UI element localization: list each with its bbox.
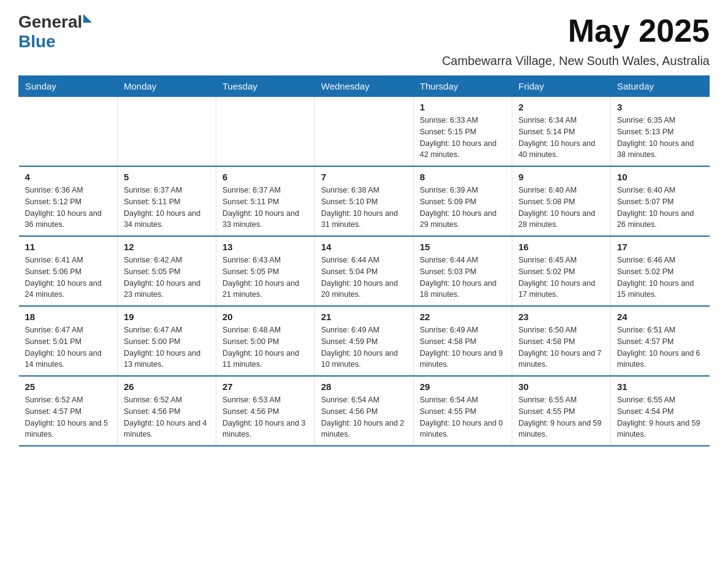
calendar-cell: 25Sunrise: 6:52 AMSunset: 4:57 PMDayligh… xyxy=(19,376,118,446)
week-row-5: 25Sunrise: 6:52 AMSunset: 4:57 PMDayligh… xyxy=(19,376,710,446)
day-info: Sunrise: 6:36 AMSunset: 5:12 PMDaylight:… xyxy=(25,185,112,231)
calendar-cell: 8Sunrise: 6:39 AMSunset: 5:09 PMDaylight… xyxy=(414,166,512,236)
weekday-header-saturday: Saturday xyxy=(611,76,710,97)
day-info: Sunrise: 6:53 AMSunset: 4:56 PMDaylight:… xyxy=(222,394,308,440)
day-info: Sunrise: 6:55 AMSunset: 4:54 PMDaylight:… xyxy=(617,394,703,440)
calendar-cell: 7Sunrise: 6:38 AMSunset: 5:10 PMDaylight… xyxy=(315,166,414,236)
calendar-cell: 17Sunrise: 6:46 AMSunset: 5:02 PMDayligh… xyxy=(611,236,710,306)
day-info: Sunrise: 6:55 AMSunset: 4:55 PMDaylight:… xyxy=(518,394,604,440)
day-number: 21 xyxy=(321,312,407,322)
day-number: 9 xyxy=(518,172,604,182)
calendar-cell: 3Sunrise: 6:35 AMSunset: 5:13 PMDaylight… xyxy=(611,97,710,167)
calendar-cell: 9Sunrise: 6:40 AMSunset: 5:08 PMDaylight… xyxy=(512,166,611,236)
weekday-header-monday: Monday xyxy=(118,76,216,97)
day-number: 18 xyxy=(25,312,112,322)
day-info: Sunrise: 6:35 AMSunset: 5:13 PMDaylight:… xyxy=(617,115,703,161)
day-number: 4 xyxy=(25,172,112,182)
logo: General Blue xyxy=(18,12,92,52)
weekday-header-wednesday: Wednesday xyxy=(315,76,414,97)
day-info: Sunrise: 6:50 AMSunset: 4:58 PMDaylight:… xyxy=(518,324,604,370)
calendar-cell: 13Sunrise: 6:43 AMSunset: 5:05 PMDayligh… xyxy=(216,236,315,306)
calendar-cell: 22Sunrise: 6:49 AMSunset: 4:58 PMDayligh… xyxy=(414,306,512,376)
day-info: Sunrise: 6:45 AMSunset: 5:02 PMDaylight:… xyxy=(518,255,604,301)
calendar-cell: 30Sunrise: 6:55 AMSunset: 4:55 PMDayligh… xyxy=(512,376,611,446)
week-row-4: 18Sunrise: 6:47 AMSunset: 5:01 PMDayligh… xyxy=(19,306,710,376)
week-row-2: 4Sunrise: 6:36 AMSunset: 5:12 PMDaylight… xyxy=(19,166,710,236)
calendar-cell xyxy=(315,97,414,167)
day-number: 26 xyxy=(124,381,210,392)
day-info: Sunrise: 6:39 AMSunset: 5:09 PMDaylight:… xyxy=(420,185,506,231)
weekday-header-sunday: Sunday xyxy=(19,76,118,97)
day-info: Sunrise: 6:37 AMSunset: 5:11 PMDaylight:… xyxy=(222,185,308,231)
day-info: Sunrise: 6:46 AMSunset: 5:02 PMDaylight:… xyxy=(617,255,703,301)
day-info: Sunrise: 6:37 AMSunset: 5:11 PMDaylight:… xyxy=(124,185,210,231)
day-info: Sunrise: 6:38 AMSunset: 5:10 PMDaylight:… xyxy=(321,185,407,231)
calendar-cell: 5Sunrise: 6:37 AMSunset: 5:11 PMDaylight… xyxy=(118,166,216,236)
calendar-cell: 16Sunrise: 6:45 AMSunset: 5:02 PMDayligh… xyxy=(512,236,611,306)
weekday-header-row: SundayMondayTuesdayWednesdayThursdayFrid… xyxy=(19,76,710,97)
title-block: May 2025 xyxy=(568,12,710,49)
location-subtitle: Cambewarra Village, New South Wales, Aus… xyxy=(18,54,710,68)
day-number: 29 xyxy=(420,381,506,392)
day-info: Sunrise: 6:33 AMSunset: 5:15 PMDaylight:… xyxy=(420,115,506,161)
day-number: 27 xyxy=(222,381,308,392)
weekday-header-friday: Friday xyxy=(512,76,611,97)
calendar-cell: 18Sunrise: 6:47 AMSunset: 5:01 PMDayligh… xyxy=(19,306,118,376)
logo-blue: Blue xyxy=(18,32,56,52)
day-number: 25 xyxy=(25,381,112,392)
day-info: Sunrise: 6:41 AMSunset: 5:06 PMDaylight:… xyxy=(25,255,112,301)
day-number: 14 xyxy=(321,242,407,252)
calendar-cell xyxy=(118,97,216,167)
day-number: 24 xyxy=(617,312,703,322)
day-number: 2 xyxy=(518,102,604,112)
calendar-cell: 27Sunrise: 6:53 AMSunset: 4:56 PMDayligh… xyxy=(216,376,315,446)
logo-triangle-icon xyxy=(83,14,92,23)
calendar-cell: 10Sunrise: 6:40 AMSunset: 5:07 PMDayligh… xyxy=(611,166,710,236)
month-title: May 2025 xyxy=(568,12,710,49)
calendar-cell: 26Sunrise: 6:52 AMSunset: 4:56 PMDayligh… xyxy=(118,376,216,446)
day-info: Sunrise: 6:40 AMSunset: 5:07 PMDaylight:… xyxy=(617,185,703,231)
logo-general: General xyxy=(18,12,82,32)
calendar-cell: 12Sunrise: 6:42 AMSunset: 5:05 PMDayligh… xyxy=(118,236,216,306)
calendar-cell: 4Sunrise: 6:36 AMSunset: 5:12 PMDaylight… xyxy=(19,166,118,236)
day-info: Sunrise: 6:52 AMSunset: 4:56 PMDaylight:… xyxy=(124,394,210,440)
calendar-cell: 14Sunrise: 6:44 AMSunset: 5:04 PMDayligh… xyxy=(315,236,414,306)
day-info: Sunrise: 6:51 AMSunset: 4:57 PMDaylight:… xyxy=(617,324,703,370)
weekday-header-thursday: Thursday xyxy=(414,76,512,97)
calendar-cell: 1Sunrise: 6:33 AMSunset: 5:15 PMDaylight… xyxy=(414,97,512,167)
day-number: 12 xyxy=(124,242,210,252)
day-number: 8 xyxy=(420,172,506,182)
calendar-cell: 6Sunrise: 6:37 AMSunset: 5:11 PMDaylight… xyxy=(216,166,315,236)
page-header: General Blue May 2025 xyxy=(18,12,710,52)
day-number: 19 xyxy=(124,312,210,322)
day-info: Sunrise: 6:54 AMSunset: 4:55 PMDaylight:… xyxy=(420,394,506,440)
calendar-cell: 28Sunrise: 6:54 AMSunset: 4:56 PMDayligh… xyxy=(315,376,414,446)
week-row-1: 1Sunrise: 6:33 AMSunset: 5:15 PMDaylight… xyxy=(19,97,710,167)
day-number: 7 xyxy=(321,172,407,182)
day-info: Sunrise: 6:42 AMSunset: 5:05 PMDaylight:… xyxy=(124,255,210,301)
calendar-cell: 20Sunrise: 6:48 AMSunset: 5:00 PMDayligh… xyxy=(216,306,315,376)
day-number: 15 xyxy=(420,242,506,252)
day-info: Sunrise: 6:44 AMSunset: 5:04 PMDaylight:… xyxy=(321,255,407,301)
day-info: Sunrise: 6:44 AMSunset: 5:03 PMDaylight:… xyxy=(420,255,506,301)
day-number: 31 xyxy=(617,381,703,392)
day-info: Sunrise: 6:49 AMSunset: 4:59 PMDaylight:… xyxy=(321,324,407,370)
calendar-cell: 31Sunrise: 6:55 AMSunset: 4:54 PMDayligh… xyxy=(611,376,710,446)
day-info: Sunrise: 6:49 AMSunset: 4:58 PMDaylight:… xyxy=(420,324,506,370)
day-number: 5 xyxy=(124,172,210,182)
weekday-header-tuesday: Tuesday xyxy=(216,76,315,97)
day-info: Sunrise: 6:43 AMSunset: 5:05 PMDaylight:… xyxy=(222,255,308,301)
calendar-table: SundayMondayTuesdayWednesdayThursdayFrid… xyxy=(18,75,710,446)
day-info: Sunrise: 6:48 AMSunset: 5:00 PMDaylight:… xyxy=(222,324,308,370)
day-number: 13 xyxy=(222,242,308,252)
day-number: 22 xyxy=(420,312,506,322)
calendar-cell: 21Sunrise: 6:49 AMSunset: 4:59 PMDayligh… xyxy=(315,306,414,376)
day-number: 10 xyxy=(617,172,703,182)
week-row-3: 11Sunrise: 6:41 AMSunset: 5:06 PMDayligh… xyxy=(19,236,710,306)
calendar-cell: 29Sunrise: 6:54 AMSunset: 4:55 PMDayligh… xyxy=(414,376,512,446)
calendar-cell xyxy=(216,97,315,167)
calendar-cell: 15Sunrise: 6:44 AMSunset: 5:03 PMDayligh… xyxy=(414,236,512,306)
day-info: Sunrise: 6:34 AMSunset: 5:14 PMDaylight:… xyxy=(518,115,604,161)
day-number: 30 xyxy=(518,381,604,392)
calendar-cell: 24Sunrise: 6:51 AMSunset: 4:57 PMDayligh… xyxy=(611,306,710,376)
